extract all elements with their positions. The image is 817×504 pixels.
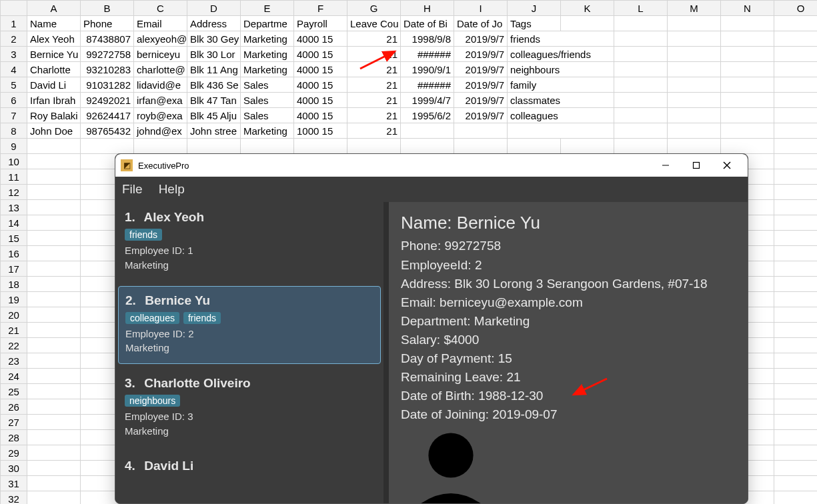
menu-help[interactable]: Help bbox=[159, 182, 185, 197]
cell[interactable] bbox=[27, 185, 81, 200]
cell[interactable]: classmates bbox=[508, 93, 561, 108]
row-header[interactable]: 30 bbox=[1, 461, 27, 476]
cell[interactable]: 2019/9/7 bbox=[454, 77, 508, 93]
cell[interactable] bbox=[774, 231, 818, 246]
cell[interactable]: Irfan Ibrah bbox=[27, 93, 81, 108]
cell[interactable] bbox=[614, 123, 668, 139]
cell[interactable]: Marketing bbox=[241, 123, 294, 139]
cell[interactable]: berniceyu bbox=[134, 47, 187, 62]
cell[interactable] bbox=[668, 47, 721, 62]
cell[interactable]: 93210283 bbox=[81, 62, 134, 77]
cell[interactable] bbox=[401, 123, 454, 139]
cell[interactable] bbox=[27, 292, 81, 307]
cell[interactable]: Email bbox=[134, 16, 187, 31]
cell[interactable]: 21 bbox=[347, 108, 401, 123]
cell[interactable] bbox=[508, 139, 561, 154]
cell[interactable] bbox=[774, 445, 818, 461]
cell[interactable] bbox=[774, 399, 818, 415]
cell[interactable]: 2019/9/7 bbox=[454, 31, 508, 47]
cell[interactable] bbox=[774, 384, 818, 399]
row-header[interactable]: 26 bbox=[1, 399, 27, 415]
row-header[interactable]: 6 bbox=[1, 93, 27, 108]
row-header[interactable]: 11 bbox=[1, 169, 27, 185]
menu-file[interactable]: File bbox=[122, 182, 143, 197]
cell[interactable] bbox=[508, 123, 561, 139]
cell[interactable] bbox=[27, 261, 81, 277]
cell[interactable]: 92492021 bbox=[81, 93, 134, 108]
cell[interactable] bbox=[401, 139, 454, 154]
cell[interactable] bbox=[774, 123, 818, 139]
cell[interactable]: Name bbox=[27, 16, 81, 31]
cell[interactable] bbox=[561, 62, 614, 77]
cell[interactable] bbox=[27, 384, 81, 399]
cell[interactable]: 2019/9/7 bbox=[454, 93, 508, 108]
row-header[interactable]: 12 bbox=[1, 185, 27, 200]
cell[interactable]: Date of Jo bbox=[454, 16, 508, 31]
cell[interactable] bbox=[614, 77, 668, 93]
cell[interactable]: 1998/9/8 bbox=[401, 31, 454, 47]
col-header[interactable]: E bbox=[241, 1, 294, 16]
cell[interactable]: 2019/9/7 bbox=[454, 108, 508, 123]
row-header[interactable]: 16 bbox=[1, 246, 27, 261]
cell[interactable]: John stree bbox=[187, 123, 241, 139]
cell[interactable] bbox=[614, 93, 668, 108]
cell[interactable] bbox=[454, 123, 508, 139]
row-header[interactable]: 23 bbox=[1, 353, 27, 369]
cell[interactable]: Marketing bbox=[241, 62, 294, 77]
cell[interactable] bbox=[774, 369, 818, 384]
cell[interactable]: Blk 436 Se bbox=[187, 77, 241, 93]
cell[interactable] bbox=[774, 47, 818, 62]
cell[interactable] bbox=[774, 461, 818, 476]
cell[interactable]: 1999/4/7 bbox=[401, 93, 454, 108]
employee-card[interactable]: 3. Charlotte OliveironeighboursEmployee … bbox=[118, 369, 381, 447]
cell[interactable] bbox=[774, 77, 818, 93]
row-header[interactable]: 13 bbox=[1, 200, 27, 215]
cell[interactable]: charlotte@ bbox=[134, 62, 187, 77]
col-header[interactable]: K bbox=[561, 1, 614, 16]
cell[interactable] bbox=[774, 108, 818, 123]
cell[interactable]: royb@exa bbox=[134, 108, 187, 123]
employee-list[interactable]: 1. Alex YeohfriendsEmployee ID: 1Marketi… bbox=[115, 202, 389, 503]
cell[interactable] bbox=[721, 77, 774, 93]
cell[interactable]: Blk 45 Alju bbox=[187, 108, 241, 123]
cell[interactable] bbox=[774, 185, 818, 200]
row-header[interactable]: 32 bbox=[1, 491, 27, 505]
cell[interactable] bbox=[774, 323, 818, 338]
cell[interactable]: 2019/9/7 bbox=[454, 47, 508, 62]
cell[interactable] bbox=[27, 461, 81, 476]
cell[interactable] bbox=[774, 62, 818, 77]
cell[interactable]: Marketing bbox=[241, 47, 294, 62]
cell[interactable]: 4000 15 bbox=[294, 47, 347, 62]
cell[interactable]: colleagues bbox=[508, 108, 561, 123]
col-header[interactable]: J bbox=[508, 1, 561, 16]
row-header[interactable]: 31 bbox=[1, 476, 27, 491]
cell[interactable] bbox=[774, 292, 818, 307]
cell[interactable] bbox=[668, 139, 721, 154]
cell[interactable] bbox=[561, 139, 614, 154]
row-header[interactable]: 25 bbox=[1, 384, 27, 399]
cell[interactable] bbox=[774, 430, 818, 445]
corner-cell[interactable] bbox=[1, 1, 27, 16]
cell[interactable]: 92624417 bbox=[81, 108, 134, 123]
cell[interactable]: Sales bbox=[241, 77, 294, 93]
cell[interactable] bbox=[721, 16, 774, 31]
cell[interactable] bbox=[81, 139, 134, 154]
cell[interactable]: johnd@ex bbox=[134, 123, 187, 139]
row-header[interactable]: 10 bbox=[1, 154, 27, 169]
cell[interactable] bbox=[27, 491, 81, 505]
col-header[interactable]: N bbox=[721, 1, 774, 16]
cell[interactable] bbox=[614, 62, 668, 77]
cell[interactable]: 4000 15 bbox=[294, 108, 347, 123]
cell[interactable]: Date of Bi bbox=[401, 16, 454, 31]
cell[interactable] bbox=[668, 31, 721, 47]
cell[interactable]: 4000 15 bbox=[294, 77, 347, 93]
cell[interactable] bbox=[721, 47, 774, 62]
cell[interactable] bbox=[668, 93, 721, 108]
row-header[interactable]: 8 bbox=[1, 123, 27, 139]
cell[interactable]: Roy Balaki bbox=[27, 108, 81, 123]
cell[interactable]: 21 bbox=[347, 123, 401, 139]
employee-card[interactable]: 2. Bernice YucolleaguesfriendsEmployee I… bbox=[118, 286, 381, 365]
cell[interactable] bbox=[774, 353, 818, 369]
cell[interactable] bbox=[561, 108, 614, 123]
row-header[interactable]: 27 bbox=[1, 415, 27, 430]
